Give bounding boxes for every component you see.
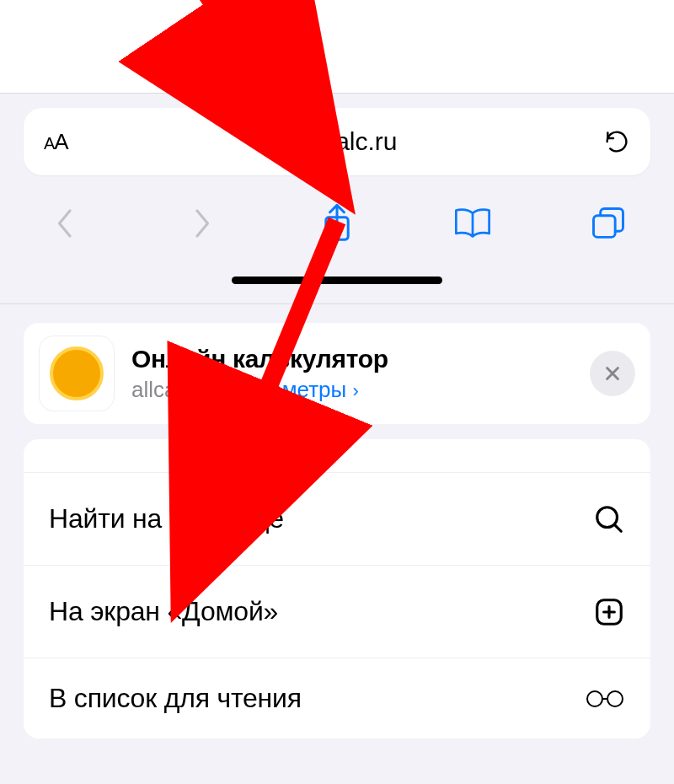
chevron-left-icon [54,207,78,240]
share-options-link[interactable]: Параметры › [230,377,359,403]
action-find-on-page[interactable]: Найти на странице [24,473,650,566]
action-add-to-home-screen[interactable]: На экран «Домой» [24,566,650,658]
glasses-icon [585,686,625,712]
svg-rect-2 [594,216,616,238]
favicon-circle-icon [50,346,104,400]
url-text: allcalc.ru [297,127,397,156]
svg-point-5 [587,691,602,706]
lock-icon [274,132,292,151]
action-add-to-reading-list[interactable]: В список для чтения [24,658,650,738]
home-indicator [232,277,442,284]
share-title-block: Онлайн калькулятор allcalc.ru Параметры … [115,345,590,403]
close-button[interactable] [590,351,635,396]
chevron-right-icon: › [352,380,358,401]
plus-square-icon [593,596,625,628]
address-bar[interactable]: AA allcalc.ru [24,108,650,175]
share-button[interactable] [317,203,357,244]
share-domain: allcalc.ru [131,377,218,403]
close-icon [603,364,622,383]
action-previous-cutoff[interactable] [24,439,650,473]
svg-rect-0 [279,141,288,148]
share-sheet: Онлайн калькулятор allcalc.ru Параметры … [0,303,674,784]
search-icon [593,503,625,535]
bookmarks-button[interactable] [452,203,493,244]
site-favicon [39,336,115,411]
reader-aa-button[interactable]: AA [44,129,68,155]
back-button[interactable] [45,203,86,244]
url-container[interactable]: allcalc.ru [68,127,603,156]
reload-button[interactable] [603,128,630,155]
share-header: Онлайн калькулятор allcalc.ru Параметры … [24,323,650,424]
tabs-button[interactable] [588,203,629,244]
safari-bottom-toolbar [0,194,674,253]
tabs-icon [591,206,626,241]
share-title: Онлайн калькулятор [131,345,590,373]
share-actions: Найти на странице На экран «Домой» В спи… [24,439,650,738]
forward-button[interactable] [181,203,222,244]
share-icon [320,203,354,244]
chevron-right-icon [190,207,213,240]
book-icon [452,207,493,240]
svg-point-6 [607,691,623,706]
share-subtitle: allcalc.ru Параметры › [131,377,590,403]
reload-icon [603,128,630,155]
